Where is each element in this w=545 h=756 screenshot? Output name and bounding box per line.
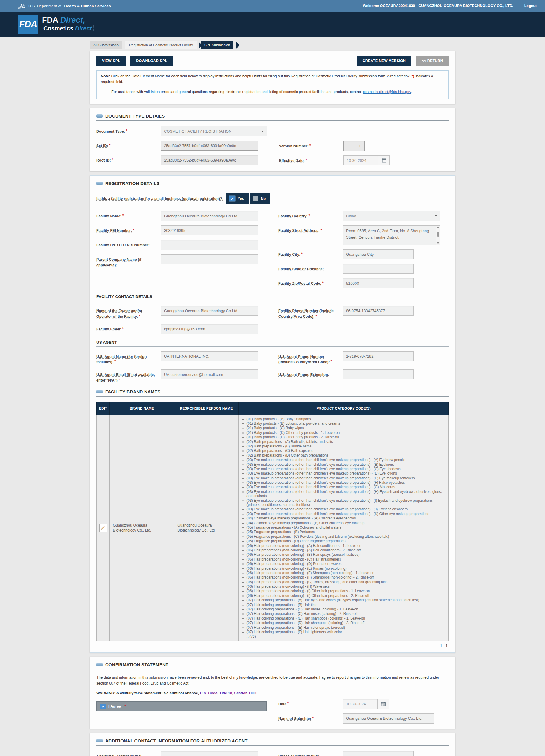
- facility-phone-label[interactable]: Facility Phone Number (Include Country/A…: [279, 306, 343, 320]
- product-category-item: (07) Hair coloring preparations - (C) Ha…: [246, 612, 446, 616]
- effective-date-calendar-button[interactable]: [378, 155, 390, 165]
- product-category-item: (02) Bath preparations - (A) Bath oils, …: [246, 440, 446, 444]
- facility-duns-field[interactable]: [161, 240, 258, 250]
- breadcrumb-all-submissions[interactable]: All Submissions: [89, 41, 122, 49]
- facility-country-select[interactable]: China: [343, 211, 440, 221]
- product-category-item: (07) Hair coloring preparations - (D) Ha…: [246, 621, 446, 625]
- product-category-item: (03) Eye makeup preparations (other than…: [246, 476, 446, 480]
- set-id-field[interactable]: [161, 141, 258, 151]
- calendar-icon: [381, 701, 386, 707]
- root-id-label[interactable]: Root ID:: [96, 155, 161, 165]
- section-collapse-icon[interactable]: [96, 663, 102, 666]
- additional-contact-name-field[interactable]: [161, 751, 258, 756]
- effective-date-label[interactable]: Effective Date:: [279, 155, 344, 165]
- assist-end: .: [411, 90, 412, 94]
- set-id-label[interactable]: Set ID:: [96, 141, 161, 151]
- facility-fei-label[interactable]: Facility FEI Number:: [96, 225, 161, 235]
- facility-email-label[interactable]: Facility Email:: [96, 324, 161, 334]
- small-business-label[interactable]: Is this a facility registration for a sm…: [96, 197, 223, 201]
- effective-date-field[interactable]: [344, 155, 378, 165]
- facility-country-label[interactable]: Facility Country:: [279, 211, 343, 221]
- facility-state-label[interactable]: Facility State or Province:: [279, 264, 343, 274]
- us-agent-ext-field[interactable]: [343, 369, 414, 379]
- facility-duns-label[interactable]: Facility D&B D-U-N-S Number:: [96, 240, 161, 250]
- document-type-label[interactable]: Document Type:: [96, 126, 161, 136]
- owner-name-field[interactable]: [161, 306, 258, 316]
- root-id-field[interactable]: [161, 155, 258, 165]
- section-collapse-icon[interactable]: [96, 182, 102, 185]
- document-type-select[interactable]: COSMETIC FACILITY REGISTRATION: [161, 126, 267, 136]
- owner-name-label[interactable]: Name of the Owner and/or Operator of the…: [96, 306, 161, 320]
- submitter-field[interactable]: [343, 713, 435, 724]
- breadcrumb-registration[interactable]: Registration of Cosmetic Product Facilit…: [125, 41, 197, 49]
- us-agent-email-label[interactable]: U.S. Agent Email (if not available, ente…: [96, 369, 161, 383]
- facility-name-field[interactable]: [161, 211, 258, 221]
- facility-city-label[interactable]: Facility City:: [279, 249, 343, 259]
- us-agent-name-label[interactable]: U.S. Agent Name (for foreign facilities)…: [96, 351, 161, 365]
- facility-email-field[interactable]: [161, 324, 258, 334]
- additional-phone-label[interactable]: Phone Number (Include Country/Area Code)…: [279, 751, 343, 756]
- product-category-item: (07) Hair coloring preparations - (C) Ha…: [246, 607, 446, 611]
- note-asterisk: (*): [411, 74, 414, 78]
- i-agree-button[interactable]: I Agree: [96, 701, 266, 711]
- product-category-item: (04) Children's eye makeup preparations …: [246, 516, 446, 520]
- textarea-scrollbar[interactable]: [436, 226, 440, 245]
- table-row: Guangzhou Oceaura Biotechnology Co., Ltd…: [97, 415, 449, 641]
- scroll-up-icon[interactable]: [437, 226, 439, 228]
- submitter-label[interactable]: Name of Submitter: [279, 713, 343, 724]
- product-category-item: (06) Hair preparations (non-coloring) - …: [246, 544, 446, 548]
- product-category-item: (02) Bath preparations - (B) Bubble bath…: [246, 444, 446, 448]
- product-category-item: (07) Hair coloring preparations - (F) Ha…: [246, 630, 446, 634]
- us-agent-name-field[interactable]: [161, 351, 258, 361]
- logout-link[interactable]: Logout: [519, 4, 537, 8]
- facility-street-label[interactable]: Facility Street Address:: [279, 225, 343, 245]
- parent-company-label[interactable]: Parent Company Name (if applicable):: [96, 254, 161, 268]
- facility-street-field[interactable]: Room 0585, Area C, 2nd Floor, No. 8 Shen…: [343, 225, 440, 245]
- facility-zip-label[interactable]: Facility Zip/Postal Code:: [279, 278, 343, 288]
- product-category-item: (06) Hair preparations (non-coloring) - …: [246, 571, 446, 575]
- download-spl-button[interactable]: DOWNLOAD SPL: [130, 56, 172, 66]
- facility-fei-field[interactable]: [161, 225, 258, 235]
- product-category-item: (05) Fragrance preparations - (A) Cologn…: [246, 525, 446, 529]
- responsible-person-cell: Guangzhou Oceaura Biotechnology Co., Ltd…: [174, 415, 238, 641]
- facility-zip-field[interactable]: [343, 278, 414, 288]
- small-business-yes-button[interactable]: Yes: [226, 193, 249, 204]
- product-category-item: (06) Hair preparations (non-coloring) - …: [246, 580, 446, 584]
- brand-name-cell: Guangzhou Oceaura Biotechnology Co., Ltd…: [110, 415, 174, 641]
- us-agent-email-field[interactable]: [161, 369, 258, 379]
- scroll-thumb[interactable]: [437, 232, 440, 237]
- us-agent-phone-label[interactable]: U.S. Agent Phone Number (Include Country…: [279, 351, 343, 365]
- create-new-version-button[interactable]: CREATE NEW VERSION: [357, 56, 411, 66]
- facility-state-field[interactable]: [343, 264, 414, 274]
- version-number-label[interactable]: Version Number:: [279, 141, 344, 151]
- breadcrumb-spl-submission[interactable]: SPL Submission: [201, 41, 234, 49]
- product-category-item: (01) Baby products - (B) Lotions, oils, …: [246, 421, 446, 426]
- view-spl-button[interactable]: VIEW SPL: [96, 56, 126, 66]
- dept-prefix: U.S. Department of: [28, 4, 61, 8]
- edit-row-button[interactable]: [99, 524, 107, 532]
- facility-phone-field[interactable]: [343, 306, 414, 316]
- date-calendar-button[interactable]: [378, 699, 389, 709]
- return-button[interactable]: << RETURN: [416, 56, 449, 66]
- parent-company-field[interactable]: [161, 254, 258, 264]
- version-number-field[interactable]: [344, 141, 365, 151]
- facility-name-label[interactable]: Facility Name:: [96, 211, 161, 221]
- contact-email-link[interactable]: cosmeticsdirect@fda.hhs.gov: [363, 90, 411, 94]
- additional-contact-name-label[interactable]: Additional Contact Name:: [96, 751, 161, 756]
- additional-phone-field[interactable]: [343, 751, 414, 756]
- facility-city-field[interactable]: [343, 249, 414, 259]
- us-code-link[interactable]: U.S. Code, Title 18, Section 1001.: [200, 691, 258, 695]
- us-agent-phone-field[interactable]: [343, 351, 414, 361]
- date-label[interactable]: Date: [279, 699, 343, 709]
- chevron-down-icon: [261, 131, 264, 132]
- us-agent-ext-label[interactable]: U.S. Agent Phone Extension:: [279, 369, 343, 379]
- date-field[interactable]: [343, 699, 378, 709]
- scroll-down-icon[interactable]: [437, 242, 439, 244]
- section-collapse-icon[interactable]: [96, 739, 102, 742]
- small-business-no-button[interactable]: No: [250, 193, 271, 204]
- section-collapse-icon[interactable]: [96, 114, 102, 118]
- product-category-item: (06) Hair preparations (non-coloring) - …: [246, 553, 446, 557]
- product-category-item: (04) Children's eye makeup preparations …: [246, 521, 446, 525]
- section-collapse-icon[interactable]: [96, 390, 102, 393]
- welcome-text: Welcome OCEAURA20241030 - GUANGZHOU OCEA…: [363, 4, 513, 8]
